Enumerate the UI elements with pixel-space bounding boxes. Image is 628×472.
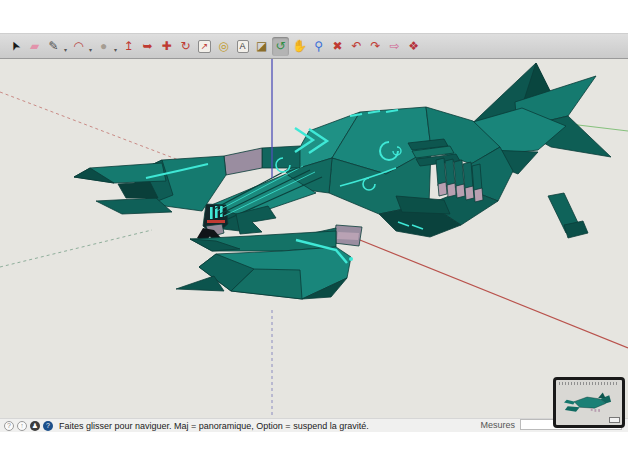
scene-canvas xyxy=(0,59,628,418)
rotate-tool-button[interactable]: ↻ xyxy=(177,37,194,56)
next-view-tool-icon: ↷ xyxy=(371,40,381,52)
thumbnail-toolbar-strip xyxy=(559,382,619,385)
followme-tool-button[interactable]: ➥ xyxy=(139,37,156,56)
line-tool-button[interactable]: ✎ xyxy=(45,37,62,56)
line-tool-dropdown-caret[interactable]: ▾ xyxy=(64,47,67,53)
thumbnail-measure-box xyxy=(609,417,620,423)
shapes-tool-icon: ● xyxy=(100,40,107,52)
zoom-extents-tool-icon: ✖ xyxy=(333,40,343,52)
eraser-tool-icon: ▰ xyxy=(30,40,39,52)
arc-tool-dropdown-caret[interactable]: ▾ xyxy=(89,47,92,53)
next-view-tool-button[interactable]: ↷ xyxy=(367,37,384,56)
geolocation-icon[interactable]: ↑ xyxy=(17,421,27,431)
extension-warehouse-tool-icon: ❖ xyxy=(408,40,419,52)
pan-tool-button[interactable]: ✋ xyxy=(291,37,308,56)
zoom-extents-tool-button[interactable]: ✖ xyxy=(329,37,346,56)
modeling-viewport[interactable] xyxy=(0,59,628,418)
previous-view-tool-button[interactable]: ↶ xyxy=(348,37,365,56)
orbit-tool-icon: ↺ xyxy=(276,40,286,52)
pushpull-tool-button[interactable]: ↥ xyxy=(120,37,137,56)
preview-thumbnail xyxy=(553,377,625,428)
status-hint-text: Faites glisser pour naviguer. Maj = pano… xyxy=(59,421,369,431)
toolbar: ➤▰✎▾◠▾●▾↥➥✚↻↗◎A◪↺✋⚲✖↶↷⇨❖ xyxy=(0,33,628,59)
tape-measure-tool-button[interactable]: ◎ xyxy=(215,37,232,56)
paint-bucket-tool-button[interactable]: ◪ xyxy=(253,37,270,56)
orbit-tool-button[interactable]: ↺ xyxy=(272,37,289,56)
select-tool-icon: ➤ xyxy=(8,39,23,53)
move-tool-button[interactable]: ✚ xyxy=(158,37,175,56)
rotate-tool-icon: ↻ xyxy=(181,40,191,52)
move-tool-icon: ✚ xyxy=(162,40,172,52)
model-lobster[interactable] xyxy=(74,63,611,299)
tape-measure-tool-icon: ◎ xyxy=(218,40,228,52)
sketchup-window: { "colors": { "viewport-bg": "#e6e5e0", … xyxy=(0,0,628,472)
zoom-tool-icon: ⚲ xyxy=(314,40,323,52)
pan-tool-icon: ✋ xyxy=(292,40,307,52)
previous-view-tool-icon: ↶ xyxy=(352,40,362,52)
get-models-tool-icon: ⇨ xyxy=(390,40,400,52)
status-icons: ?↑♟? xyxy=(4,421,56,431)
zoom-tool-button[interactable]: ⚲ xyxy=(310,37,327,56)
get-models-tool-button[interactable]: ⇨ xyxy=(386,37,403,56)
text-label-tool-icon: A xyxy=(237,40,249,53)
followme-tool-icon: ➥ xyxy=(143,40,153,52)
line-tool-icon: ✎ xyxy=(48,40,58,52)
paint-bucket-tool-icon: ◪ xyxy=(256,40,267,52)
help-icon[interactable]: ? xyxy=(4,421,14,431)
shapes-tool-dropdown-caret[interactable]: ▾ xyxy=(114,47,117,53)
pushpull-tool-icon: ↥ xyxy=(124,40,134,52)
instructor-icon[interactable]: ? xyxy=(43,421,53,431)
arc-tool-button[interactable]: ◠ xyxy=(70,37,87,56)
text-label-tool-button[interactable]: A xyxy=(234,37,251,56)
toolbar-tools: ➤▰✎▾◠▾●▾↥➥✚↻↗◎A◪↺✋⚲✖↶↷⇨❖ xyxy=(7,37,424,56)
arc-tool-icon: ◠ xyxy=(73,40,83,52)
scale-tool-button[interactable]: ↗ xyxy=(196,37,213,56)
user-icon[interactable]: ♟ xyxy=(30,421,40,431)
eraser-tool-button[interactable]: ▰ xyxy=(26,37,43,56)
extension-warehouse-tool-button[interactable]: ❖ xyxy=(405,37,422,56)
shapes-tool-button[interactable]: ● xyxy=(95,37,112,56)
measurements-label: Mesures xyxy=(480,420,515,430)
scale-tool-icon: ↗ xyxy=(198,40,212,53)
select-tool-button[interactable]: ➤ xyxy=(7,37,24,56)
